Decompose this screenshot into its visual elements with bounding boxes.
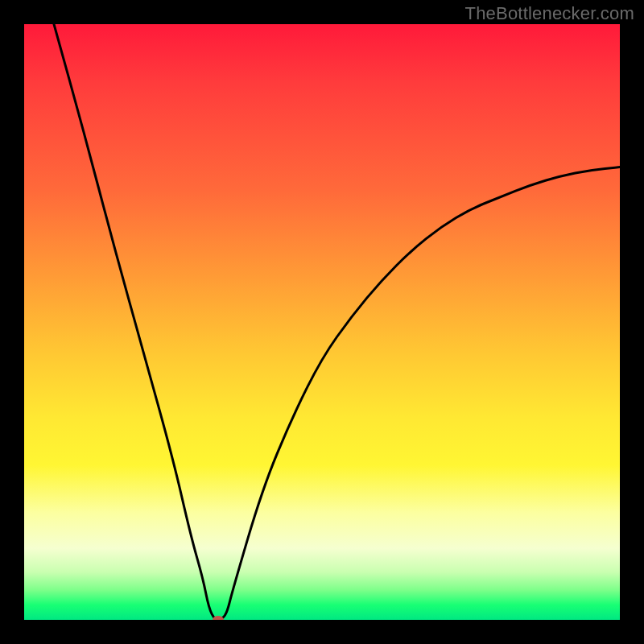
chart-frame: TheBottlenecker.com: [0, 0, 644, 644]
watermark-text: TheBottlenecker.com: [465, 3, 634, 24]
plot-area: [24, 24, 620, 620]
curve-svg: [24, 24, 620, 620]
optimal-point-marker: [213, 616, 224, 620]
bottleneck-curve: [54, 24, 620, 620]
